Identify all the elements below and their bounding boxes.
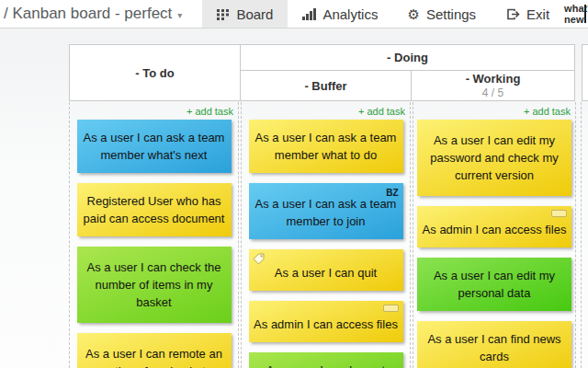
- card-text: As a user I can quit: [253, 264, 400, 282]
- card-text: As a user I can check the number of item…: [81, 259, 228, 311]
- block-indicator-icon: [551, 210, 567, 217]
- card-text: As a user I can edit my personal data: [421, 267, 568, 302]
- kanban-card[interactable]: As a user I can ask a team member what's…: [77, 120, 232, 173]
- bar-chart-icon: [302, 7, 316, 20]
- kanban-card[interactable]: As a user I can quit: [249, 249, 403, 291]
- chevron-down-icon: ▾: [177, 10, 182, 20]
- column-working: + add task As a user I can edit my passw…: [413, 102, 576, 368]
- card-text: As a user I can ask a team member what t…: [253, 129, 400, 164]
- add-task-link-buffer[interactable]: + add task: [242, 102, 410, 120]
- board-title: / Kanban board - perfect: [4, 5, 172, 23]
- tab-exit[interactable]: Exit: [491, 0, 564, 28]
- tab-exit-label: Exit: [526, 6, 549, 22]
- kanban-card[interactable]: BZ As a user I can ask a team member to …: [249, 183, 403, 239]
- card-text: As admin I can access files: [253, 316, 400, 333]
- kanban-card[interactable]: As admin I can access files: [417, 206, 571, 247]
- kanban-board: - To do - Doing - Buffer - Working 4 / 5…: [0, 29, 588, 368]
- column-todo: + add task As a user I can ask a team me…: [69, 102, 239, 368]
- column-headers: - To do - Doing - Buffer - Working 4 / 5: [69, 44, 575, 101]
- column-header-working-label: - Working: [412, 72, 574, 86]
- next-column-header-cutoff: [582, 44, 588, 101]
- kanban-card[interactable]: As a user I can find news cards: [417, 321, 571, 368]
- tab-board-label: Board: [236, 6, 273, 22]
- kanban-card[interactable]: As a user I can remote an action of my b…: [77, 333, 232, 368]
- board-title-dropdown[interactable]: / Kanban board - perfect ▾: [0, 0, 191, 28]
- wip-limit-counter: 4 / 5: [412, 86, 574, 99]
- kanban-card[interactable]: As a user I can log out: [249, 352, 403, 368]
- kanban-card[interactable]: As a user I can check the number of item…: [77, 247, 232, 323]
- add-task-link-todo[interactable]: + add task: [70, 102, 238, 120]
- card-text: Registered User who has paid can access …: [81, 192, 228, 227]
- column-group-header-doing[interactable]: - Doing: [241, 45, 575, 71]
- card-text: As a user I can edit my password and che…: [421, 132, 568, 184]
- kanban-card[interactable]: As a user I can edit my personal data: [417, 258, 571, 311]
- top-nav: / Kanban board - perfect ▾ Board: [0, 0, 588, 29]
- board-grid-icon: [217, 8, 230, 20]
- column-buffer: + add task As a user I can ask a team me…: [241, 102, 411, 368]
- card-text: As a user I can remote an action of my b…: [81, 345, 228, 368]
- block-indicator-icon: [383, 305, 399, 312]
- tab-board[interactable]: Board: [202, 0, 288, 28]
- card-columns: + add task As a user I can ask a team me…: [69, 102, 576, 368]
- card-text: As a user I can log out: [253, 362, 400, 368]
- cut-off-edge-element: [584, 5, 586, 23]
- kanban-card[interactable]: As admin I can access files: [249, 301, 403, 342]
- tab-settings-label: Settings: [426, 6, 476, 22]
- card-text: As a user I can ask a team member what's…: [81, 129, 228, 164]
- card-initials-badge: BZ: [386, 184, 398, 201]
- tab-settings[interactable]: ⚙ Settings: [392, 0, 491, 28]
- card-text: As a user I can ask a team member to joi…: [253, 195, 400, 230]
- tab-analytics[interactable]: Analytics: [288, 0, 392, 28]
- column-header-todo[interactable]: - To do: [70, 45, 241, 101]
- kanban-card[interactable]: As a user I can ask a team member what t…: [249, 120, 403, 173]
- column-header-buffer[interactable]: - Buffer: [241, 71, 412, 101]
- kanban-card[interactable]: Registered User who has paid can access …: [77, 183, 232, 236]
- column-header-working[interactable]: - Working 4 / 5: [412, 71, 575, 101]
- tag-icon: [253, 252, 265, 270]
- add-task-link-working[interactable]: + add task: [413, 102, 575, 120]
- kanban-card[interactable]: As a user I can edit my password and che…: [417, 120, 571, 196]
- logout-icon: [505, 7, 520, 21]
- card-text: As admin I can access files: [421, 221, 568, 238]
- card-text: As a user I can find news cards: [421, 330, 568, 365]
- tab-analytics-label: Analytics: [322, 6, 378, 22]
- next-column-divider: [581, 102, 582, 368]
- nav-tabs: Board Analytics ⚙ Settings: [202, 0, 564, 28]
- gear-icon: ⚙: [407, 7, 419, 21]
